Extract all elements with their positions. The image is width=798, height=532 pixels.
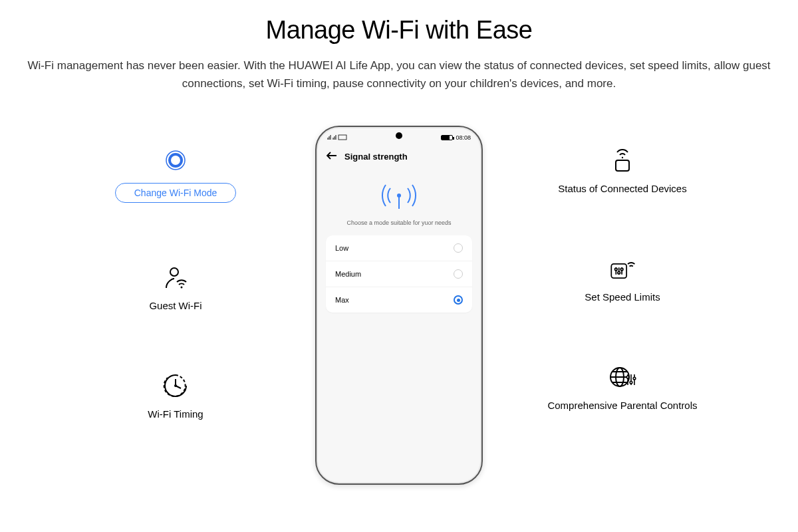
radio-checked-icon[interactable]	[454, 295, 463, 305]
rings-icon	[161, 146, 190, 175]
phone-power-button	[482, 240, 483, 259]
phone-prompt: Choose a mode suitable for yuor needs	[323, 219, 475, 226]
antenna-signal-icon	[323, 180, 475, 214]
feature-label: Comprehensive Parental Controls	[547, 400, 697, 411]
page-title: Manage Wi-Fi with Ease	[266, 16, 533, 45]
feature-label: Status of Connected Devices	[558, 183, 686, 194]
option-label: Medium	[335, 270, 361, 278]
page-subtitle: Wi-Fi management has never been easier. …	[0, 57, 798, 92]
feature-wifi-timing[interactable]: Wi-Fi Timing	[76, 371, 275, 420]
right-column: Status of Connected Devices Set Speed Li…	[523, 126, 722, 485]
option-medium[interactable]: Medium	[326, 261, 472, 287]
feature-guest-wifi[interactable]: Guest Wi-Fi	[76, 263, 275, 311]
svg-point-20	[620, 268, 623, 271]
phone-statusbar: 08:08	[317, 127, 481, 144]
router-status-icon	[608, 146, 637, 175]
option-label: Low	[335, 244, 348, 252]
svg-point-4	[181, 287, 183, 289]
battery-icon	[441, 135, 453, 140]
phone-volume-button	[482, 200, 483, 232]
feature-label: Set Speed Limits	[585, 291, 660, 303]
svg-point-29	[630, 382, 632, 384]
svg-point-12	[622, 157, 623, 158]
feature-label: Wi-Fi Timing	[148, 408, 203, 420]
guest-wifi-icon	[161, 263, 190, 292]
feature-connected-devices[interactable]: Status of Connected Devices	[523, 146, 722, 194]
back-arrow-icon[interactable]	[326, 151, 338, 162]
sliders-icon	[608, 254, 637, 283]
signal-options-card: Low Medium Max	[326, 235, 472, 313]
change-wifi-mode-button[interactable]: Change Wi-Fi Mode	[115, 183, 237, 203]
svg-point-16	[615, 268, 618, 271]
phone-screen-header: Signal strength	[317, 144, 481, 166]
svg-point-31	[633, 378, 636, 380]
timer-icon	[161, 371, 190, 400]
svg-point-18	[618, 272, 620, 275]
phone-mockup: 08:08 Signal strength	[315, 126, 483, 485]
svg-point-2	[173, 158, 178, 163]
feature-parental-controls[interactable]: Comprehensive Parental Controls	[523, 362, 722, 411]
option-low[interactable]: Low	[326, 235, 472, 261]
svg-point-3	[170, 268, 178, 276]
radio-unchecked-icon[interactable]	[454, 269, 463, 279]
svg-rect-13	[616, 160, 629, 171]
phone-screen-title: Signal strength	[344, 152, 408, 162]
globe-controls-icon	[608, 362, 637, 392]
feature-label: Guest Wi-Fi	[149, 300, 201, 311]
feature-change-wifi-mode[interactable]: Change Wi-Fi Mode	[76, 146, 275, 203]
option-label: Max	[335, 296, 349, 304]
statusbar-left-icons	[327, 134, 350, 142]
svg-point-27	[626, 376, 629, 379]
svg-point-7	[174, 384, 177, 387]
features-row: Change Wi-Fi Mode Guest Wi-Fi	[0, 126, 798, 485]
phone-camera-notch	[396, 132, 402, 139]
feature-speed-limits[interactable]: Set Speed Limits	[523, 254, 722, 303]
radio-unchecked-icon[interactable]	[454, 243, 463, 253]
left-column: Change Wi-Fi Mode Guest Wi-Fi	[76, 126, 275, 485]
statusbar-time: 08:08	[456, 134, 471, 141]
option-max[interactable]: Max	[326, 287, 472, 313]
svg-rect-8	[338, 135, 346, 140]
